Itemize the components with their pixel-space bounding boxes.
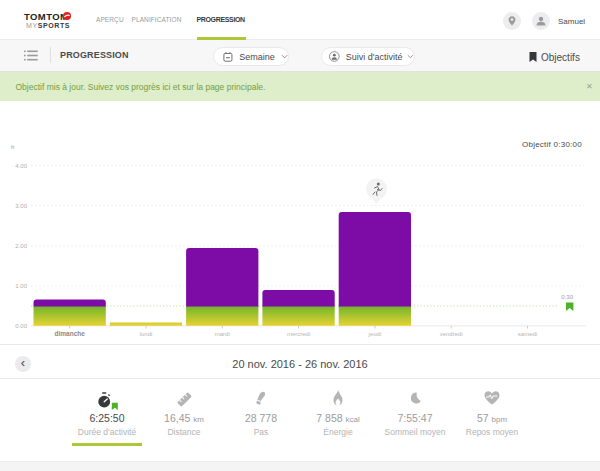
svg-text:mercredi: mercredi	[287, 331, 310, 337]
svg-text:4.00: 4.00	[15, 163, 27, 169]
svg-text:h: h	[11, 144, 14, 150]
svg-text:mardi: mardi	[215, 331, 230, 337]
svg-text:3.00: 3.00	[15, 203, 27, 209]
svg-text:jeudi: jeudi	[368, 331, 382, 337]
svg-text:0.00: 0.00	[15, 323, 27, 329]
svg-text:0.30: 0.30	[561, 294, 573, 300]
svg-text:samedi: samedi	[518, 331, 537, 337]
svg-text:lundi: lundi	[140, 331, 153, 337]
svg-text:dimanche: dimanche	[55, 330, 86, 337]
svg-text:vendredi: vendredi	[440, 331, 463, 337]
svg-text:1.00: 1.00	[15, 283, 27, 289]
svg-text:2.00: 2.00	[15, 243, 27, 249]
